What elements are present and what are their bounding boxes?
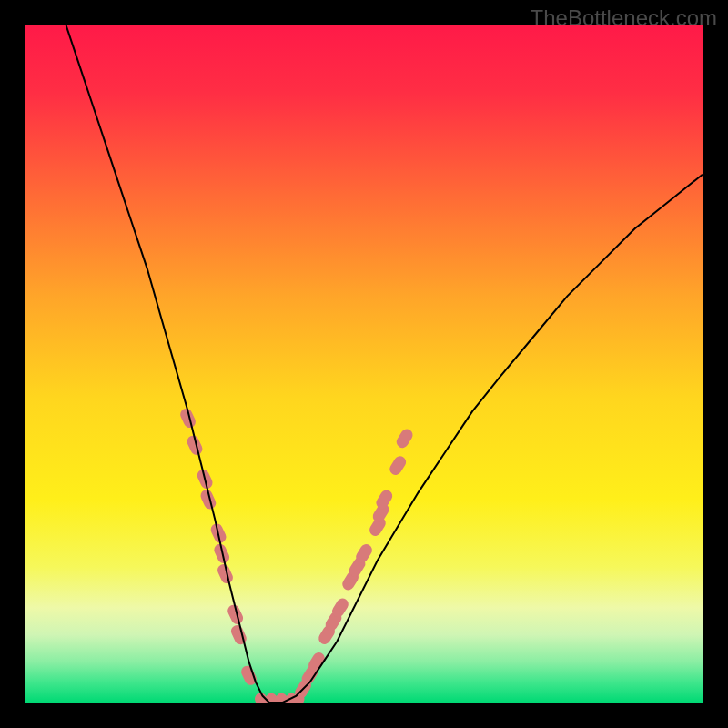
plot-area <box>25 25 703 703</box>
curve-layer <box>25 25 703 703</box>
marker-capsule <box>394 427 415 450</box>
marker-capsule <box>388 454 409 478</box>
marker-cluster-group <box>178 407 415 703</box>
bottleneck-curve <box>66 25 703 703</box>
marker-capsule <box>374 488 395 511</box>
chart-container: TheBottleneck.com <box>0 0 728 728</box>
marker-capsule <box>229 623 248 646</box>
watermark-text: TheBottleneck.com <box>531 5 717 31</box>
